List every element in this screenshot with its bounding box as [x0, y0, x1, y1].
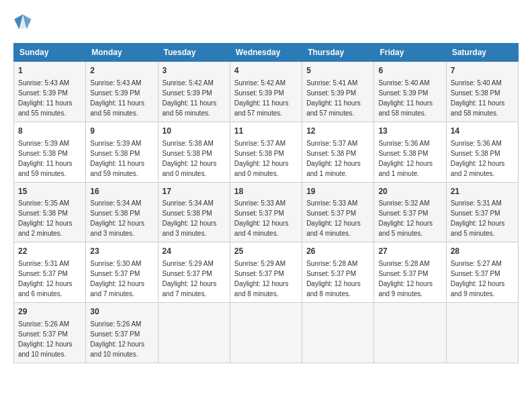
day-number: 10: [163, 126, 226, 137]
calendar-cell: 26Sunrise: 5:28 AMSunset: 5:37 PMDayligh…: [302, 242, 374, 303]
day-header: Thursday: [302, 44, 374, 62]
day-number: 18: [234, 186, 298, 197]
cell-content: Sunrise: 5:26 AMSunset: 5:37 PMDaylight:…: [18, 320, 73, 358]
day-header: Friday: [374, 44, 446, 62]
day-number: 22: [18, 246, 81, 257]
logo-icon: [13, 13, 32, 32]
calendar-cell: 9Sunrise: 5:39 AMSunset: 5:38 PMDaylight…: [86, 122, 158, 182]
calendar-cell: [446, 303, 518, 363]
day-header: Monday: [86, 44, 158, 62]
day-number: 25: [234, 246, 298, 257]
day-number: 8: [18, 126, 81, 137]
day-number: 15: [18, 186, 81, 197]
calendar-cell: 14Sunrise: 5:36 AMSunset: 5:38 PMDayligh…: [446, 122, 518, 182]
cell-content: Sunrise: 5:39 AMSunset: 5:38 PMDaylight:…: [90, 140, 144, 177]
calendar-cell: 15Sunrise: 5:35 AMSunset: 5:38 PMDayligh…: [14, 182, 86, 242]
calendar-cell: 4Sunrise: 5:42 AMSunset: 5:39 PMDaylight…: [230, 62, 302, 122]
day-number: 6: [378, 65, 441, 77]
day-number: 24: [163, 246, 226, 257]
cell-content: Sunrise: 5:40 AMSunset: 5:39 PMDaylight:…: [378, 79, 433, 117]
cell-content: Sunrise: 5:28 AMSunset: 5:37 PMDaylight:…: [378, 260, 433, 298]
calendar-cell: 25Sunrise: 5:29 AMSunset: 5:37 PMDayligh…: [230, 242, 302, 303]
cell-content: Sunrise: 5:35 AMSunset: 5:38 PMDaylight:…: [18, 199, 73, 237]
calendar-cell: 6Sunrise: 5:40 AMSunset: 5:39 PMDaylight…: [374, 62, 446, 122]
day-header: Tuesday: [158, 44, 230, 62]
calendar-cell: [158, 303, 230, 363]
day-number: 27: [378, 246, 441, 257]
cell-content: Sunrise: 5:33 AMSunset: 5:37 PMDaylight:…: [306, 199, 361, 237]
cell-content: Sunrise: 5:37 AMSunset: 5:38 PMDaylight:…: [234, 140, 289, 177]
calendar-cell: 17Sunrise: 5:34 AMSunset: 5:38 PMDayligh…: [158, 182, 230, 242]
day-number: 2: [90, 65, 153, 77]
day-number: 5: [306, 65, 369, 77]
calendar-cell: 27Sunrise: 5:28 AMSunset: 5:37 PMDayligh…: [374, 242, 446, 303]
cell-content: Sunrise: 5:27 AMSunset: 5:37 PMDaylight:…: [451, 260, 505, 298]
day-number: 4: [234, 65, 298, 77]
day-number: 11: [234, 126, 298, 137]
cell-content: Sunrise: 5:34 AMSunset: 5:38 PMDaylight:…: [163, 199, 217, 237]
calendar-cell: 2Sunrise: 5:43 AMSunset: 5:39 PMDaylight…: [86, 62, 158, 122]
cell-content: Sunrise: 5:31 AMSunset: 5:37 PMDaylight:…: [18, 260, 73, 298]
day-number: 14: [451, 126, 514, 137]
day-number: 29: [18, 306, 81, 318]
calendar-cell: 5Sunrise: 5:41 AMSunset: 5:39 PMDaylight…: [302, 62, 374, 122]
cell-content: Sunrise: 5:34 AMSunset: 5:38 PMDaylight:…: [90, 199, 144, 237]
calendar-table: SundayMondayTuesdayWednesdayThursdayFrid…: [13, 43, 519, 363]
calendar-cell: 22Sunrise: 5:31 AMSunset: 5:37 PMDayligh…: [14, 242, 86, 303]
calendar-cell: 10Sunrise: 5:38 AMSunset: 5:38 PMDayligh…: [158, 122, 230, 182]
day-number: 21: [451, 186, 514, 197]
logo: [13, 13, 35, 32]
cell-content: Sunrise: 5:36 AMSunset: 5:38 PMDaylight:…: [451, 140, 505, 177]
calendar-cell: [230, 303, 302, 363]
cell-content: Sunrise: 5:38 AMSunset: 5:38 PMDaylight:…: [163, 140, 217, 177]
day-number: 28: [451, 246, 514, 257]
calendar-cell: 18Sunrise: 5:33 AMSunset: 5:37 PMDayligh…: [230, 182, 302, 242]
cell-content: Sunrise: 5:37 AMSunset: 5:38 PMDaylight:…: [306, 140, 361, 177]
day-number: 26: [306, 246, 369, 257]
cell-content: Sunrise: 5:43 AMSunset: 5:39 PMDaylight:…: [90, 79, 144, 117]
calendar-cell: 21Sunrise: 5:31 AMSunset: 5:37 PMDayligh…: [446, 182, 518, 242]
cell-content: Sunrise: 5:39 AMSunset: 5:38 PMDaylight:…: [18, 140, 73, 177]
day-number: 13: [378, 126, 441, 137]
cell-content: Sunrise: 5:42 AMSunset: 5:39 PMDaylight:…: [163, 79, 217, 117]
calendar-cell: [302, 303, 374, 363]
calendar-cell: 3Sunrise: 5:42 AMSunset: 5:39 PMDaylight…: [158, 62, 230, 122]
calendar-cell: 30Sunrise: 5:26 AMSunset: 5:37 PMDayligh…: [86, 303, 158, 363]
day-header: Saturday: [446, 44, 518, 62]
calendar-cell: 1Sunrise: 5:43 AMSunset: 5:39 PMDaylight…: [14, 62, 86, 122]
day-number: 9: [90, 126, 153, 137]
cell-content: Sunrise: 5:33 AMSunset: 5:37 PMDaylight:…: [234, 199, 289, 237]
cell-content: Sunrise: 5:29 AMSunset: 5:37 PMDaylight:…: [234, 260, 289, 298]
day-number: 20: [378, 186, 441, 197]
calendar-cell: 7Sunrise: 5:40 AMSunset: 5:38 PMDaylight…: [446, 62, 518, 122]
cell-content: Sunrise: 5:41 AMSunset: 5:39 PMDaylight:…: [306, 79, 361, 117]
calendar-cell: 12Sunrise: 5:37 AMSunset: 5:38 PMDayligh…: [302, 122, 374, 182]
calendar-cell: 11Sunrise: 5:37 AMSunset: 5:38 PMDayligh…: [230, 122, 302, 182]
cell-content: Sunrise: 5:31 AMSunset: 5:37 PMDaylight:…: [451, 199, 505, 237]
page-header: [13, 13, 519, 32]
day-number: 12: [306, 126, 369, 137]
cell-content: Sunrise: 5:32 AMSunset: 5:37 PMDaylight:…: [378, 199, 433, 237]
day-header: Wednesday: [230, 44, 302, 62]
day-number: 23: [90, 246, 153, 257]
cell-content: Sunrise: 5:43 AMSunset: 5:39 PMDaylight:…: [18, 79, 73, 117]
day-number: 3: [163, 65, 226, 77]
day-number: 17: [163, 186, 226, 197]
calendar-cell: 24Sunrise: 5:29 AMSunset: 5:37 PMDayligh…: [158, 242, 230, 303]
calendar-cell: 29Sunrise: 5:26 AMSunset: 5:37 PMDayligh…: [14, 303, 86, 363]
day-number: 30: [90, 306, 153, 318]
calendar-cell: 20Sunrise: 5:32 AMSunset: 5:37 PMDayligh…: [374, 182, 446, 242]
day-number: 16: [90, 186, 153, 197]
calendar-cell: 23Sunrise: 5:30 AMSunset: 5:37 PMDayligh…: [86, 242, 158, 303]
cell-content: Sunrise: 5:42 AMSunset: 5:39 PMDaylight:…: [234, 79, 289, 117]
day-number: 7: [451, 65, 514, 77]
day-header: Sunday: [14, 44, 86, 62]
cell-content: Sunrise: 5:28 AMSunset: 5:37 PMDaylight:…: [306, 260, 361, 298]
cell-content: Sunrise: 5:36 AMSunset: 5:38 PMDaylight:…: [378, 140, 433, 177]
cell-content: Sunrise: 5:30 AMSunset: 5:37 PMDaylight:…: [90, 260, 144, 298]
day-number: 1: [18, 65, 81, 77]
calendar-cell: 8Sunrise: 5:39 AMSunset: 5:38 PMDaylight…: [14, 122, 86, 182]
calendar-cell: 13Sunrise: 5:36 AMSunset: 5:38 PMDayligh…: [374, 122, 446, 182]
cell-content: Sunrise: 5:29 AMSunset: 5:37 PMDaylight:…: [163, 260, 217, 298]
cell-content: Sunrise: 5:26 AMSunset: 5:37 PMDaylight:…: [90, 320, 144, 358]
